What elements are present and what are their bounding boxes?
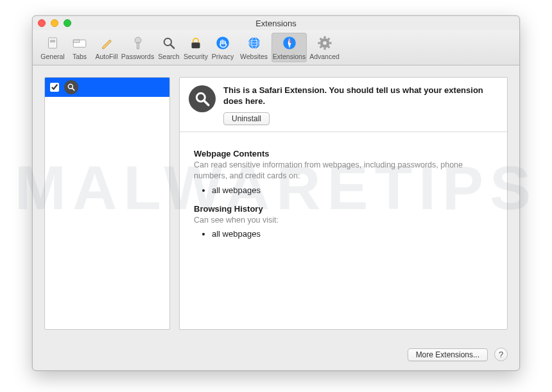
gear-icon [316,35,333,51]
window-footer: More Extensions... ? [33,341,519,370]
tab-passwords[interactable]: Passwords [120,33,155,62]
minimize-window-button[interactable] [51,19,58,27]
content-area: This is a Safari Extension. You should t… [33,65,519,341]
extension-info: This is a Safari Extension. You should t… [223,85,498,125]
globe-icon [246,35,263,51]
tab-label: Extensions [273,53,306,60]
tab-tabs[interactable]: Tabs [66,33,93,62]
tab-label: Websites [240,53,268,60]
key-icon [130,35,146,51]
lock-icon [187,35,204,51]
search-icon [67,83,76,92]
tab-label: AutoFill [95,53,117,60]
svg-line-23 [327,38,329,40]
tab-autofill[interactable]: AutoFill [93,33,120,62]
svg-point-16 [323,41,327,45]
uninstall-button[interactable]: Uninstall [223,112,270,125]
close-window-button[interactable] [38,19,46,27]
tab-websites[interactable]: Websites [236,33,272,62]
switch-icon [44,35,61,51]
perm-bullet-list: all webpages [194,185,493,195]
svg-line-24 [320,46,321,47]
tab-label: Search [158,53,179,60]
help-button[interactable]: ? [494,348,508,361]
search-icon [194,90,211,107]
tabs-icon [71,35,88,51]
svg-rect-0 [49,38,57,48]
zoom-window-button[interactable] [64,19,71,27]
tab-label: General [40,53,64,60]
extension-enable-checkbox[interactable] [50,83,59,92]
perm-section-title: Webpage Contents [194,149,493,158]
permissions-section: Webpage Contents Can read sensitive info… [180,132,507,255]
perm-bullet: all webpages [212,185,493,195]
tab-privacy[interactable]: Privacy [209,33,236,62]
preferences-window: Extensions General Tabs AutoFill [32,15,520,371]
perm-section-subtitle: Can see when you visit: [194,215,493,226]
window-title: Extensions [33,19,519,28]
extension-item-icon [64,80,78,94]
tab-search[interactable]: Search [155,33,182,62]
extension-detail-panel: This is a Safari Extension. You should t… [179,77,508,330]
perm-section-title: Browsing History [194,204,493,214]
svg-line-7 [170,44,174,48]
tab-general[interactable]: General [39,33,66,62]
svg-line-21 [320,38,321,40]
svg-rect-5 [137,42,139,49]
tab-label: Tabs [73,53,87,60]
preferences-toolbar: General Tabs AutoFill Passwords [33,30,519,65]
tab-label: Privacy [212,53,234,60]
perm-bullet-list: all webpages [194,229,493,239]
extension-description: This is a Safari Extension. You should t… [223,85,498,107]
svg-rect-1 [50,40,55,42]
pencil-icon [98,35,115,51]
search-icon [160,35,177,51]
tab-advanced[interactable]: Advanced [307,33,342,62]
svg-rect-8 [192,42,200,48]
titlebar: Extensions [33,16,519,30]
perm-bullet: all webpages [212,229,493,239]
svg-line-22 [327,46,329,47]
tab-label: Security [184,53,208,60]
hand-icon [214,35,231,51]
compass-icon [281,35,298,51]
extensions-sidebar [44,77,170,330]
extension-detail-icon [189,85,216,112]
tab-label: Passwords [121,53,154,60]
tab-label: Advanced [309,53,340,60]
extension-list-item[interactable] [45,78,169,97]
traffic-lights [38,19,71,27]
more-extensions-button[interactable]: More Extensions... [408,348,488,361]
extension-header: This is a Safari Extension. You should t… [180,78,507,132]
tab-security[interactable]: Security [182,33,209,62]
tab-extensions[interactable]: Extensions [272,33,307,62]
svg-rect-3 [73,40,80,42]
svg-line-26 [72,88,74,90]
perm-section-subtitle: Can read sensitive information from webp… [194,160,493,182]
svg-line-28 [204,101,209,105]
